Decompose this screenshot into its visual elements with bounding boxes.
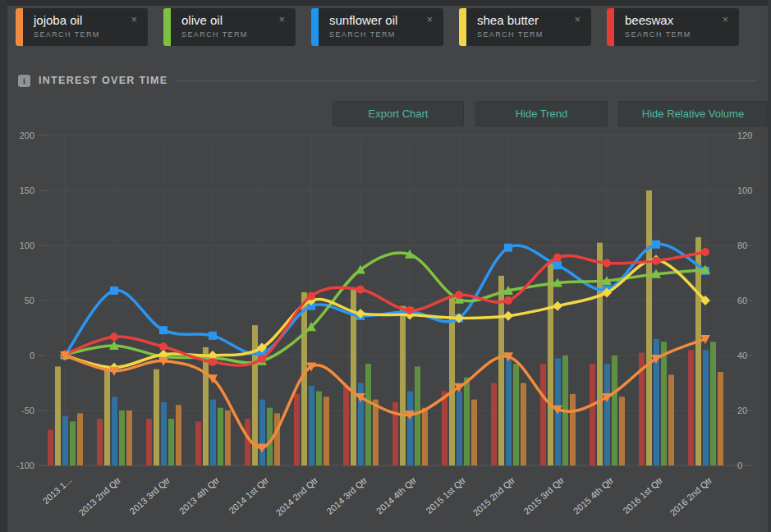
volume-bar-jojoba-oil[interactable] — [570, 394, 576, 466]
volume-bar-shea-butter[interactable] — [449, 298, 455, 466]
volume-bar-olive-oil[interactable] — [267, 408, 273, 466]
left-axis-tick-label: 200 — [20, 131, 34, 140]
volume-bar-sunflower-oil[interactable] — [259, 400, 265, 466]
volume-bar-sunflower-oil[interactable] — [506, 358, 512, 466]
volume-bar-beeswax[interactable] — [540, 364, 546, 466]
volume-bar-olive-oil[interactable] — [513, 364, 519, 466]
data-point-beeswax[interactable] — [356, 286, 365, 294]
volume-bar-jojoba-oil[interactable] — [718, 372, 723, 466]
volume-bar-jojoba-oil[interactable] — [619, 397, 625, 466]
left-axis-tick-label: -50 — [21, 406, 34, 415]
volume-bar-sunflower-oil[interactable] — [62, 416, 68, 466]
volume-bar-shea-butter[interactable] — [597, 243, 603, 466]
volume-bar-jojoba-oil[interactable] — [225, 410, 231, 466]
volume-bar-olive-oil[interactable] — [168, 419, 174, 466]
right-axis-tick-label: 60 — [737, 296, 747, 305]
data-point-sunflower-oil[interactable] — [504, 244, 512, 252]
volume-bar-shea-butter[interactable] — [203, 347, 209, 466]
volume-bar-shea-butter[interactable] — [400, 306, 406, 466]
data-point-sunflower-oil[interactable] — [209, 332, 217, 340]
right-axis-tick-label: 20 — [737, 406, 747, 415]
window-edge — [768, 0, 771, 532]
volume-bar-olive-oil[interactable] — [119, 410, 125, 466]
volume-bar-jojoba-oil[interactable] — [422, 408, 428, 466]
volume-bar-sunflower-oil[interactable] — [703, 350, 709, 466]
volume-bar-beeswax[interactable] — [48, 429, 53, 466]
volume-bar-olive-oil[interactable] — [365, 364, 371, 466]
x-axis-label: 2016 1st Qtr — [621, 475, 664, 516]
data-point-beeswax[interactable] — [159, 342, 168, 351]
x-axis-label: 2013 3rd Qtr — [127, 475, 172, 516]
volume-bar-jojoba-oil[interactable] — [126, 410, 132, 466]
volume-bar-jojoba-oil[interactable] — [471, 400, 477, 466]
data-point-sunflower-oil[interactable] — [652, 241, 660, 249]
volume-bar-beeswax[interactable] — [195, 421, 201, 466]
volume-bar-jojoba-oil[interactable] — [668, 374, 674, 466]
volume-bar-beeswax[interactable] — [491, 383, 497, 466]
volume-bar-olive-oil[interactable] — [70, 421, 76, 466]
data-point-beeswax[interactable] — [603, 259, 611, 267]
volume-bar-sunflower-oil[interactable] — [161, 402, 167, 466]
x-axis-label: 2015 2nd Qtr — [471, 475, 517, 517]
volume-bar-jojoba-oil[interactable] — [77, 413, 83, 466]
right-axis-tick-label: 40 — [737, 351, 747, 360]
data-point-beeswax[interactable] — [652, 257, 660, 265]
right-axis-tick-label: 0 — [737, 461, 742, 470]
volume-bar-olive-oil[interactable] — [464, 378, 470, 466]
volume-bar-jojoba-oil[interactable] — [324, 397, 329, 466]
volume-bar-olive-oil[interactable] — [661, 342, 667, 466]
volume-bar-olive-oil[interactable] — [710, 342, 716, 466]
volume-bar-sunflower-oil[interactable] — [112, 397, 117, 466]
interest-over-time-chart: 200150100500-50-1001201008060402002013 1… — [0, 0, 771, 532]
volume-bar-beeswax[interactable] — [146, 419, 152, 466]
volume-bar-sunflower-oil[interactable] — [457, 392, 462, 466]
data-point-shea-butter[interactable] — [503, 311, 513, 321]
data-point-beeswax[interactable] — [209, 358, 217, 366]
data-point-beeswax[interactable] — [307, 292, 315, 300]
volume-bar-shea-butter[interactable] — [646, 190, 652, 466]
volume-bar-beeswax[interactable] — [294, 394, 300, 466]
volume-bar-olive-oil[interactable] — [415, 366, 420, 466]
volume-bar-olive-oil[interactable] — [218, 408, 223, 466]
volume-bar-shea-butter[interactable] — [55, 366, 61, 466]
data-point-shea-butter[interactable] — [553, 301, 562, 311]
volume-bar-sunflower-oil[interactable] — [407, 392, 413, 466]
volume-bar-shea-butter[interactable] — [104, 369, 110, 466]
volume-bar-jojoba-oil[interactable] — [373, 400, 379, 466]
volume-bar-sunflower-oil[interactable] — [210, 400, 216, 466]
x-axis-label: 2013 4th Qtr — [177, 475, 222, 516]
trend-line-shea-butter[interactable] — [65, 259, 705, 367]
left-axis-tick-label: 150 — [20, 186, 34, 195]
data-point-beeswax[interactable] — [504, 296, 512, 305]
volume-bar-sunflower-oil[interactable] — [604, 364, 610, 466]
right-axis-tick-label: 100 — [737, 186, 752, 195]
left-axis-tick-label: 100 — [20, 241, 34, 250]
volume-bar-beeswax[interactable] — [442, 392, 447, 466]
data-point-beeswax[interactable] — [701, 248, 709, 256]
data-point-beeswax[interactable] — [258, 355, 266, 363]
volume-bar-jojoba-oil[interactable] — [274, 413, 280, 466]
volume-bar-sunflower-oil[interactable] — [309, 386, 314, 466]
volume-bar-jojoba-oil[interactable] — [521, 383, 526, 466]
volume-bar-shea-butter[interactable] — [548, 262, 553, 466]
data-point-sunflower-oil[interactable] — [110, 287, 118, 295]
data-point-beeswax[interactable] — [553, 254, 562, 262]
volume-bar-olive-oil[interactable] — [316, 392, 322, 466]
data-point-beeswax[interactable] — [110, 332, 118, 341]
x-axis-label: 2016 2nd Qtr — [668, 475, 714, 517]
x-axis-label: 2014 3rd Qtr — [324, 475, 369, 516]
x-axis-label: 2015 3rd Qtr — [521, 475, 566, 516]
volume-bar-beeswax[interactable] — [590, 364, 595, 466]
volume-bar-olive-oil[interactable] — [612, 355, 617, 466]
volume-bar-shea-butter[interactable] — [498, 276, 504, 466]
data-point-sunflower-oil[interactable] — [159, 326, 168, 334]
data-point-sunflower-oil[interactable] — [553, 261, 562, 269]
volume-bar-beeswax[interactable] — [97, 419, 103, 466]
volume-bar-shea-butter[interactable] — [154, 369, 159, 466]
app-window: jojoba oil SEARCH TERM × olive oil SEARC… — [0, 0, 771, 532]
volume-bar-beeswax[interactable] — [343, 386, 349, 466]
data-point-beeswax[interactable] — [455, 291, 463, 299]
data-point-beeswax[interactable] — [406, 306, 414, 314]
volume-bar-jojoba-oil[interactable] — [176, 405, 181, 466]
volume-bar-beeswax[interactable] — [688, 350, 694, 466]
